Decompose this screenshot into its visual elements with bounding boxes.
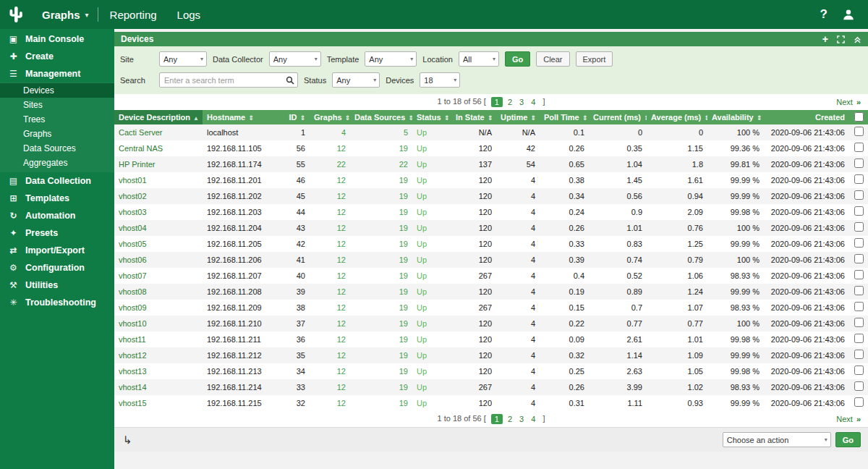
graphs-count-link[interactable]: 12 — [310, 379, 350, 395]
caret-down-icon[interactable]: ▾ — [85, 11, 89, 19]
graphs-count-link[interactable]: 12 — [310, 316, 350, 331]
data-sources-count-link[interactable]: 19 — [350, 188, 412, 204]
device-row[interactable]: vhost02192.168.11.202451219Up12040.340.5… — [114, 188, 868, 204]
data-sources-count-link[interactable]: 19 — [350, 268, 412, 284]
device-row[interactable]: vhost04192.168.11.204431219Up12040.261.0… — [114, 220, 868, 236]
column-uptime[interactable]: Uptime⇕ — [496, 110, 540, 124]
row-checkbox[interactable] — [854, 206, 864, 216]
device-link[interactable]: Cacti Server — [114, 124, 203, 140]
next-page-link[interactable]: Next » — [836, 98, 861, 106]
sidebar-section-management[interactable]: ☰Management — [0, 65, 114, 83]
graphs-count-link[interactable]: 12 — [310, 300, 350, 316]
select-cell[interactable] — [849, 156, 868, 172]
column-hostname[interactable]: Hostname⇕ — [203, 110, 284, 124]
row-checkbox[interactable] — [854, 143, 864, 152]
tab-reporting[interactable]: Reporting — [100, 0, 167, 29]
sidebar-section-presets[interactable]: ✦Presets — [0, 224, 114, 242]
device-row[interactable]: vhost05192.168.11.205421219Up12040.330.8… — [114, 236, 868, 252]
row-checkbox[interactable] — [854, 286, 864, 295]
device-link[interactable]: vhost11 — [114, 331, 203, 347]
device-link[interactable]: vhost14 — [114, 379, 203, 395]
sidebar-section-configuration[interactable]: ⚙Configuration — [0, 259, 114, 276]
device-link[interactable]: vhost03 — [114, 204, 203, 220]
export-button[interactable]: Export — [576, 51, 613, 67]
graphs-count-link[interactable]: 12 — [310, 395, 350, 411]
device-row[interactable]: vhost12192.168.11.212351219Up12040.321.1… — [114, 347, 868, 363]
select-cell[interactable] — [849, 252, 868, 268]
device-link[interactable]: vhost02 — [114, 188, 203, 204]
column-data-sources[interactable]: Data Sources⇕ — [350, 110, 412, 124]
column-in-state[interactable]: In State⇕ — [451, 110, 496, 124]
sidebar-section-data-collection[interactable]: ▤Data Collection — [0, 172, 114, 190]
data-sources-count-link[interactable]: 5 — [350, 124, 412, 140]
row-checkbox[interactable] — [854, 302, 864, 311]
row-checkbox[interactable] — [854, 254, 864, 263]
device-row[interactable]: vhost06192.168.11.206411219Up12040.390.7… — [114, 252, 868, 268]
device-link[interactable]: vhost15 — [114, 395, 203, 411]
help-icon[interactable]: ? — [820, 7, 827, 22]
tab-graphs[interactable]: Graphs ▾ — [32, 0, 96, 29]
device-row[interactable]: vhost08192.168.11.208391219Up12040.190.8… — [114, 284, 868, 300]
page-2[interactable]: 2 — [506, 97, 514, 107]
device-link[interactable]: vhost08 — [114, 284, 203, 300]
page-1[interactable]: 1 — [491, 414, 503, 424]
data-sources-count-link[interactable]: 19 — [350, 363, 412, 379]
device-row[interactable]: vhost09192.168.11.209381219Up26740.150.7… — [114, 300, 868, 316]
column-poll-time[interactable]: Poll Time⇕ — [540, 110, 589, 124]
sidebar-section-import-export[interactable]: ⇄Import/Export — [0, 242, 114, 259]
data-sources-count-link[interactable]: 19 — [350, 204, 412, 220]
select-cell[interactable] — [849, 220, 868, 236]
graphs-count-link[interactable]: 12 — [310, 220, 350, 236]
template-select[interactable]: Any — [365, 51, 417, 67]
sidebar-item-aggregates[interactable]: Aggregates — [0, 156, 114, 170]
sidebar-item-sites[interactable]: Sites — [0, 98, 114, 112]
device-link[interactable]: vhost07 — [114, 268, 203, 284]
device-row[interactable]: HP Printer192.168.11.174552222Up137540.6… — [114, 156, 868, 172]
row-checkbox[interactable] — [854, 318, 864, 327]
site-select[interactable]: Any — [159, 51, 207, 67]
device-link[interactable]: vhost10 — [114, 316, 203, 331]
fullscreen-icon[interactable] — [837, 35, 845, 43]
graphs-count-link[interactable]: 12 — [310, 172, 350, 188]
status-select[interactable]: Any — [332, 72, 380, 88]
select-cell[interactable] — [849, 284, 868, 300]
row-checkbox[interactable] — [854, 127, 864, 136]
graphs-count-link[interactable]: 12 — [310, 236, 350, 252]
search-icon[interactable] — [286, 76, 294, 85]
sidebar-item-trees[interactable]: Trees — [0, 112, 114, 127]
column-availability[interactable]: Availability⇕ — [707, 110, 764, 124]
data-sources-count-link[interactable]: 19 — [350, 300, 412, 316]
device-link[interactable]: vhost04 — [114, 220, 203, 236]
select-cell[interactable] — [849, 316, 868, 331]
select-cell[interactable] — [849, 363, 868, 379]
device-link[interactable]: vhost01 — [114, 172, 203, 188]
sidebar-item-data-sources[interactable]: Data Sources — [0, 141, 114, 156]
device-link[interactable]: Central NAS — [114, 140, 203, 156]
page-4[interactable]: 4 — [529, 97, 537, 107]
clear-button[interactable]: Clear — [536, 51, 569, 67]
device-row[interactable]: vhost10192.168.11.210371219Up12040.220.7… — [114, 316, 868, 331]
page-2[interactable]: 2 — [506, 414, 514, 424]
row-checkbox[interactable] — [854, 397, 864, 407]
page-1[interactable]: 1 — [491, 97, 503, 107]
graphs-count-link[interactable]: 12 — [310, 188, 350, 204]
select-cell[interactable] — [849, 379, 868, 395]
page-4[interactable]: 4 — [529, 414, 537, 424]
graphs-count-link[interactable]: 12 — [310, 268, 350, 284]
device-row[interactable]: vhost11192.168.11.211361219Up12040.092.6… — [114, 331, 868, 347]
data-sources-count-link[interactable]: 19 — [350, 379, 412, 395]
graphs-count-link[interactable]: 12 — [310, 331, 350, 347]
tab-logs[interactable]: Logs — [167, 0, 211, 29]
select-cell[interactable] — [849, 331, 868, 347]
sidebar-section-main-console[interactable]: ▣Main Console — [0, 30, 114, 48]
device-row[interactable]: vhost15192.168.11.215321219Up12040.311.1… — [114, 395, 868, 411]
data-sources-count-link[interactable]: 19 — [350, 140, 412, 156]
collapse-panel-icon[interactable] — [854, 35, 861, 43]
next-page-link[interactable]: Next » — [836, 415, 861, 423]
graphs-count-link[interactable]: 12 — [310, 252, 350, 268]
action-select[interactable]: Choose an action — [723, 432, 831, 447]
sidebar-item-graphs[interactable]: Graphs — [0, 127, 114, 141]
column-average-ms[interactable]: Average (ms)⇕ — [647, 110, 707, 124]
column-created[interactable]: Created — [764, 110, 849, 124]
data-sources-count-link[interactable]: 19 — [350, 236, 412, 252]
